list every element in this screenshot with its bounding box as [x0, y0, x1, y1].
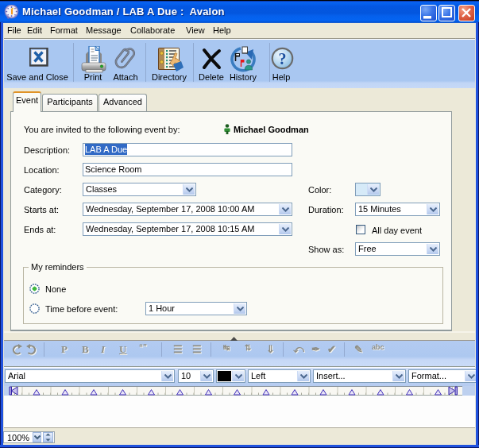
svg-text:?: ?	[279, 50, 287, 68]
